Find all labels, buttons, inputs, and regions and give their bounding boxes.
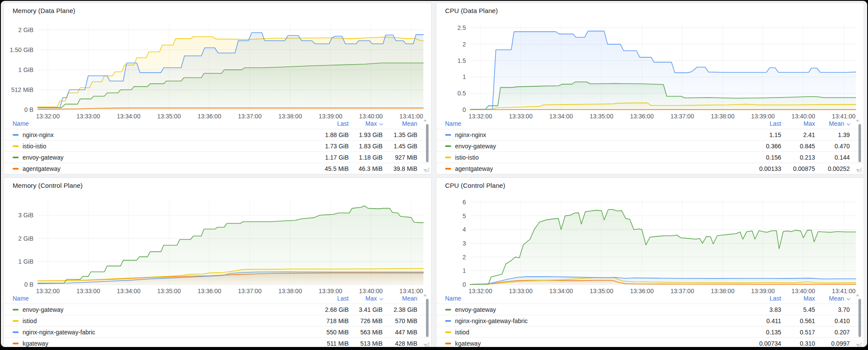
legend-row[interactable]: envoy-gateway1.17 GiB1.18 GiB927 MiB (4, 151, 432, 163)
series-max-value: 2.41 (781, 131, 815, 138)
series-name: nginx-nginx (455, 131, 716, 138)
legend-scrollbar[interactable] (855, 118, 861, 173)
legend-col-max[interactable]: Max (781, 120, 815, 127)
x-tick-label: 13:34:00 (549, 288, 573, 293)
panel-title: CPU (Data Plane) (445, 7, 498, 14)
x-tick-label: 13:32:00 (36, 288, 60, 293)
series-max-value: 1.18 GiB (349, 154, 383, 161)
legend-col-max[interactable]: Max (349, 120, 383, 127)
y-tick-label: 1 GiB (18, 66, 33, 73)
series-mean-value: 0.207 (815, 329, 850, 336)
scroll-up-icon[interactable] (856, 119, 859, 121)
series-max-value: 46.3 MiB (349, 165, 383, 172)
legend-scrollbar[interactable] (423, 118, 429, 173)
series-mean-value: 3.70 (815, 306, 850, 313)
legend-col-name[interactable]: Name (13, 295, 284, 302)
series-mean-value: 0.0997 (815, 340, 850, 347)
legend-row[interactable]: istio-istio1.73 GiB1.83 GiB1.45 GiB (4, 140, 432, 151)
x-tick-label: 13:37:00 (670, 113, 694, 118)
x-tick-label: 13:37:00 (670, 288, 694, 293)
series-max-value: 0.213 (781, 154, 815, 161)
y-tick-label: 2 (462, 254, 466, 261)
legend-row[interactable]: agentgateway0.001330.008750.00252 (436, 163, 865, 174)
x-tick-label: 13:41:00 (399, 113, 423, 118)
legend-col-last[interactable]: Last (284, 295, 349, 302)
y-tick-label: 0.5 (458, 90, 466, 97)
legend-row[interactable]: istiod0.1350.5170.207 (436, 326, 865, 337)
legend-col-last[interactable]: Last (716, 120, 781, 127)
series-last-value: 1.73 GiB (284, 143, 349, 150)
series-last-value: 718 MiB (284, 317, 349, 324)
legend-col-mean[interactable]: Mean (815, 295, 850, 302)
legend-col-name[interactable]: Name (445, 120, 716, 127)
legend-col-mean[interactable]: Mean (815, 120, 850, 127)
scrollbar-thumb[interactable] (426, 299, 429, 337)
scrollbar-thumb[interactable] (858, 124, 861, 162)
legend-row[interactable]: kgateway0.007340.3100.0997 (436, 337, 865, 347)
legend-row[interactable]: nginx-nginx1.88 GiB1.93 GiB1.35 GiB (4, 129, 432, 140)
y-tick-label: 4 (462, 226, 466, 233)
chart-svg: 13:32:0013:33:0013:34:0013:35:0013:36:00… (4, 18, 432, 118)
series-color-swatch (445, 134, 451, 136)
scroll-up-icon[interactable] (856, 294, 859, 296)
series-last-value: 550 MiB (284, 329, 349, 336)
y-tick-label: 6 (462, 199, 466, 206)
time-series-chart[interactable]: 13:32:0013:33:0013:34:0013:35:0013:36:00… (4, 18, 432, 118)
series-name: agentgateway (23, 165, 284, 172)
series-mean-value: 0.470 (815, 143, 850, 150)
legend-col-mean[interactable]: Mean (383, 295, 417, 302)
sort-caret-icon (847, 297, 850, 300)
series-name: agentgateway (455, 165, 716, 172)
legend-row[interactable]: agentgateway45.5 MiB46.3 MiB39.8 MiB (4, 163, 432, 174)
series-color-swatch (13, 157, 19, 158)
series-color-swatch (445, 168, 451, 170)
x-tick-label: 13:40:00 (792, 113, 815, 118)
legend-row[interactable]: nginx-nginx-gateway-fabric550 MiB563 MiB… (4, 326, 432, 337)
legend-col-max[interactable]: Max (349, 295, 383, 302)
time-series-chart[interactable]: 13:32:0013:33:0013:34:0013:35:0013:36:00… (436, 18, 865, 118)
legend-row[interactable]: istiod718 MiB726 MiB570 MiB (4, 315, 432, 326)
series-last-value: 0.156 (716, 154, 781, 161)
series-max-value: 1.93 GiB (349, 131, 383, 138)
x-tick-label: 13:41:00 (832, 113, 856, 118)
scroll-up-icon[interactable] (423, 119, 427, 121)
legend-col-mean[interactable]: Mean (383, 120, 417, 127)
series-last-value: 3.83 (716, 306, 781, 313)
panel-resize-handle[interactable] (425, 342, 430, 347)
legend-row[interactable]: kgateway511 MiB513 MiB428 MiB (4, 337, 432, 347)
legend-col-last[interactable]: Last (284, 120, 349, 127)
scroll-up-icon[interactable] (423, 294, 427, 296)
time-series-chart[interactable]: 13:32:0013:33:0013:34:0013:35:0013:36:00… (4, 193, 432, 293)
legend-row[interactable]: nginx-nginx-gateway-fabric0.4110.5610.41… (436, 315, 865, 326)
x-tick-label: 13:34:00 (117, 288, 141, 293)
chart-svg: 13:32:0013:33:0013:34:0013:35:0013:36:00… (436, 18, 865, 118)
y-tick-label: 0 B (24, 281, 33, 288)
legend-col-max[interactable]: Max (781, 295, 815, 302)
time-series-chart[interactable]: 13:32:0013:33:0013:34:0013:35:0013:36:00… (436, 193, 865, 293)
x-tick-label: 13:35:00 (590, 288, 614, 293)
legend-col-name[interactable]: Name (13, 120, 284, 127)
series-mean-value: 927 MiB (383, 154, 417, 161)
scrollbar-thumb[interactable] (426, 124, 429, 162)
series-mean-value: 447 MiB (383, 329, 417, 336)
legend-col-last[interactable]: Last (716, 295, 781, 302)
legend-row[interactable]: nginx-nginx1.152.411.39 (436, 129, 865, 140)
panel-memory-data-plane: Memory (Data Plane) 13:32:0013:33:0013:3… (3, 3, 432, 174)
legend-col-name[interactable]: Name (445, 295, 716, 302)
legend-scrollbar[interactable] (423, 293, 429, 347)
legend-row[interactable]: envoy-gateway3.835.453.70 (436, 304, 865, 315)
series-name: kgateway (455, 340, 716, 347)
series-color-swatch (13, 145, 19, 147)
legend-row[interactable]: istio-istio0.1560.2130.144 (436, 151, 865, 163)
legend-row[interactable]: envoy-gateway2.68 GiB3.41 GiB2.38 GiB (4, 304, 432, 315)
x-tick-label: 13:32:00 (469, 113, 492, 118)
scrollbar-thumb[interactable] (858, 299, 861, 337)
series-last-value: 511 MiB (284, 340, 349, 347)
legend-scrollbar[interactable] (855, 293, 861, 347)
legend-row[interactable]: envoy-gateway0.3660.8450.470 (436, 140, 865, 151)
panel-resize-handle[interactable] (857, 342, 862, 347)
y-tick-label: 1 (462, 267, 466, 274)
series-mean-value: 428 MiB (383, 340, 417, 347)
panel-resize-handle[interactable] (857, 167, 862, 173)
panel-resize-handle[interactable] (425, 167, 430, 173)
